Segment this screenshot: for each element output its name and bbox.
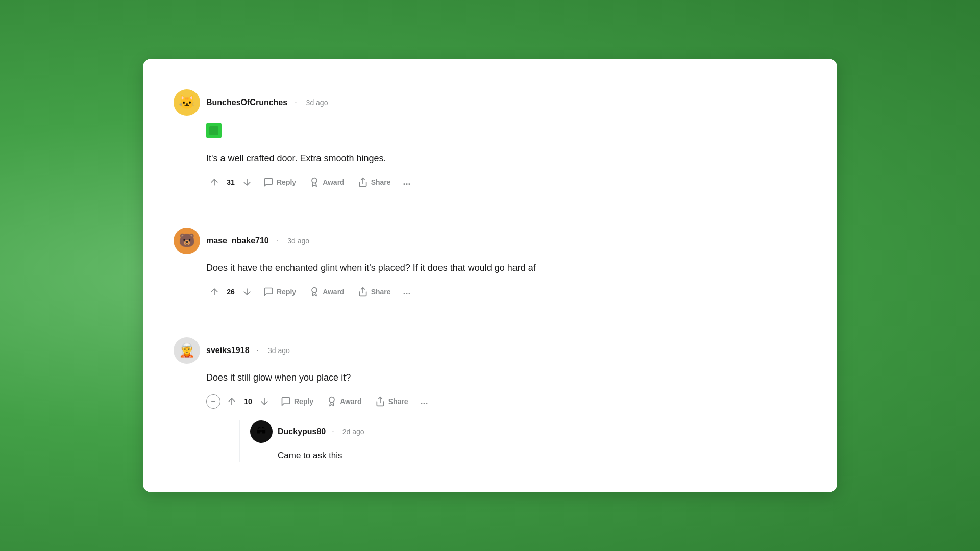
upvote-button-3[interactable] [224,393,240,410]
comment-3-header: 🧝 sveiks1918 · 3d ago [174,337,806,364]
comment-3: 🧝 sveiks1918 · 3d ago Does it still glow… [174,327,806,472]
collapse-button-3[interactable]: − [206,394,220,409]
comment-1-body: It's a well crafted door. Extra smooth h… [206,123,806,191]
comment-3-text: Does it still glow when you place it? [206,371,806,385]
green-award-icon [206,123,222,138]
svg-point-1 [312,287,317,292]
downvote-icon-2 [242,287,252,297]
comment-2-body: Does it have the enchanted glint when it… [206,261,806,300]
comment-2: 🐻 mase_nbake710 · 3d ago Does it have th… [174,217,806,311]
comment-2-text: Does it have the enchanted glint when it… [206,261,806,275]
comment-1: 🐱 BunchesOfCrunches · 3d ago It's a well… [174,79,806,201]
award-icon-2 [309,287,320,297]
comment-1-actions: 31 Reply Aw [206,173,806,191]
svg-point-2 [329,397,334,402]
timestamp-sveiks: 3d ago [268,346,290,355]
nested-1-header: 🕶 Duckypus80 · 2d ago [250,420,806,443]
reply-icon-3 [281,396,291,407]
downvote-icon-3 [259,396,270,407]
username-sveiks: sveiks1918 [206,346,250,355]
comment-1-text: It's a well crafted door. Extra smooth h… [206,152,806,165]
share-button-3[interactable]: Share [370,393,413,410]
more-button-3[interactable]: ... [416,393,432,410]
reply-button-3[interactable]: Reply [276,393,318,410]
timestamp-mase: 3d ago [287,237,309,245]
nested-1-text: Came to ask this [278,449,806,462]
vote-section-2: 26 [206,284,255,300]
comment-3-actions: − 10 [206,393,806,410]
more-button-2[interactable]: ... [399,283,415,300]
username-ducky: Duckypus80 [278,427,326,436]
avatar-mase: 🐻 [174,228,200,254]
downvote-button-3[interactable] [256,393,273,410]
downvote-button-2[interactable] [239,284,255,300]
share-icon-1 [358,177,368,187]
comment-1-header: 🐱 BunchesOfCrunches · 3d ago [174,89,806,116]
comment-2-header: 🐻 mase_nbake710 · 3d ago [174,228,806,254]
nested-1-body: Came to ask this [278,449,806,462]
share-icon-3 [375,396,385,407]
username-mase: mase_nbake710 [206,236,269,245]
vote-count-2: 26 [226,288,236,296]
comments-card: 🐱 BunchesOfCrunches · 3d ago It's a well… [143,59,837,493]
timestamp-bunches: 3d ago [306,98,328,107]
downvote-button-1[interactable] [239,174,255,190]
divider-1 [174,201,806,217]
avatar-bunches: 🐱 [174,89,200,116]
timestamp-ducky: 2d ago [342,428,364,436]
vote-count-3: 10 [243,397,253,406]
comment-2-actions: 26 Reply Aw [206,283,806,300]
upvote-icon-2 [209,287,219,297]
award-button-1[interactable]: Award [304,173,350,191]
reply-icon-1 [263,177,274,187]
nested-comment-1: 🕶 Duckypus80 · 2d ago Came to ask this [239,420,806,462]
vote-section-1: 31 [206,174,255,190]
award-button-2[interactable]: Award [304,283,350,300]
award-button-3[interactable]: Award [322,393,367,410]
reply-icon-2 [263,287,274,297]
award-badge-1 [206,123,806,145]
share-button-1[interactable]: Share [353,173,396,191]
vote-count-1: 31 [226,178,236,186]
award-icon-1 [309,177,320,187]
avatar-ducky: 🕶 [250,420,273,443]
reply-button-1[interactable]: Reply [258,173,301,191]
upvote-button-2[interactable] [206,284,223,300]
share-icon-2 [358,287,368,297]
avatar-sveiks: 🧝 [174,337,200,364]
reply-button-2[interactable]: Reply [258,283,301,300]
svg-point-0 [312,178,317,183]
upvote-icon-1 [209,177,219,187]
divider-2 [174,311,806,327]
downvote-icon-1 [242,177,252,187]
username-bunches: BunchesOfCrunches [206,98,287,107]
vote-section-3: 10 [224,393,273,410]
upvote-button-1[interactable] [206,174,223,190]
upvote-icon-3 [227,396,237,407]
comment-3-body: Does it still glow when you place it? − … [206,371,806,462]
more-button-1[interactable]: ... [399,173,415,190]
share-button-2[interactable]: Share [353,283,396,300]
minus-icon: − [211,397,215,406]
award-icon-3 [327,396,337,407]
